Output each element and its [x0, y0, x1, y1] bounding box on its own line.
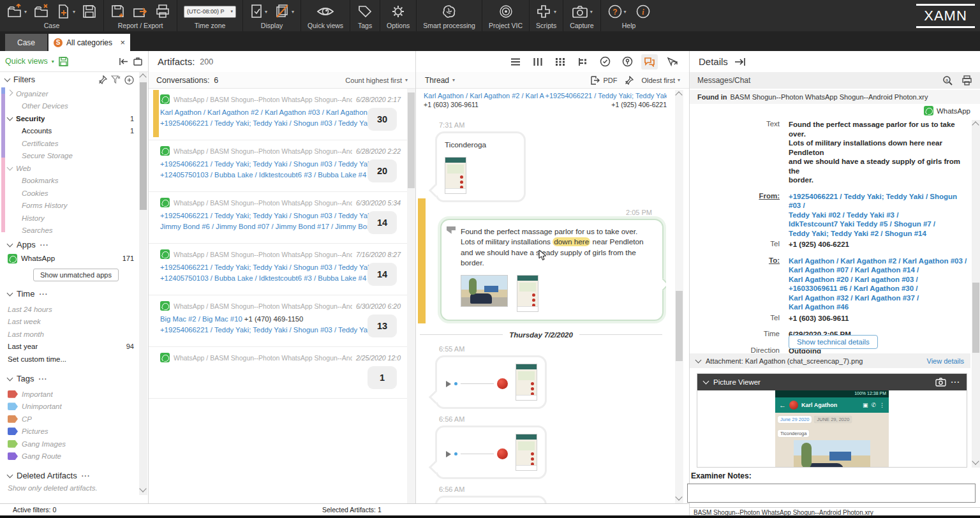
left-panel-scrollbar[interactable] [139, 72, 147, 495]
picture-viewer-body[interactable]: 100% 12:38 PM ← Karl Agathon ▣ ✆ ⋮ June … [697, 390, 967, 468]
print-details-icon[interactable] [961, 75, 972, 85]
conversation-item[interactable]: WhatsApp / BASM Shogun--Photon WhatsApp … [149, 89, 407, 140]
filter-category-history[interactable]: History [8, 212, 138, 225]
options-button[interactable] [390, 4, 406, 19]
map-view-button[interactable] [619, 54, 635, 70]
attachment-bar[interactable]: Attachment: Karl Agathon (chat_screencap… [690, 353, 970, 368]
help-button[interactable]: ? ▾ [607, 4, 627, 19]
time-section-header[interactable]: Time ··· [8, 289, 138, 299]
close-case-button[interactable] [33, 4, 50, 19]
tag-filter-cp[interactable]: CP [8, 413, 138, 426]
details-scroll-up-icon[interactable] [972, 121, 979, 128]
thread-sort-dropdown[interactable]: Oldest first▾ [641, 77, 680, 84]
tab-case[interactable]: Case [5, 34, 47, 51]
open-case-button[interactable]: ▾ [6, 4, 27, 19]
print-button[interactable] [155, 4, 170, 19]
filter-category-other-devices[interactable]: Other Devices [8, 100, 138, 113]
tag-filter-pictures[interactable]: Pictures [8, 426, 138, 438]
conversation-item[interactable]: WhatsApp / BASM Shogun--Photon WhatsApp … [149, 244, 407, 295]
participant-link[interactable]: +19254066221 / Teddy Yaki; Teddy Yaki / … [160, 263, 371, 271]
scripts-button[interactable]: ▾ [536, 4, 556, 19]
participant-link[interactable]: +19254066221 / Teddy Yaki; Teddy Yaki / … [160, 160, 371, 168]
project-vic-button[interactable] [498, 4, 514, 19]
participant-link[interactable]: +12405750103 / Bubba Lake / Idktestcoubt… [160, 171, 366, 179]
smart-processing-button[interactable] [440, 4, 458, 19]
clear-filters-icon[interactable] [111, 75, 121, 84]
filter-category-bookmarks[interactable]: Bookmarks [8, 175, 138, 188]
tree-view-button[interactable] [574, 54, 591, 70]
time-filter-set-custom-time-[interactable]: Set custom time... [8, 353, 138, 366]
filter-category-forms-history[interactable]: Forms History [8, 200, 138, 212]
time-menu-icon[interactable]: ··· [39, 290, 48, 298]
participant-left-names[interactable]: Karl Agathon / Karl Agathon #2 / Karl A [424, 91, 546, 100]
thread-mode-dropdown[interactable]: Thread▾ [425, 76, 455, 85]
grid-view-button[interactable] [552, 54, 568, 70]
deleted-section-header[interactable]: Deleted Artifacts ··· [8, 471, 138, 480]
participant-link[interactable]: +19254066221 / Teddy Yaki; Teddy Yaki / … [160, 326, 371, 334]
capture-button[interactable]: ▾ [571, 4, 593, 19]
export-pdf-button[interactable]: PDF [590, 76, 617, 85]
picture-viewer-chevron-icon[interactable] [703, 378, 709, 385]
collapse-details-icon[interactable] [734, 57, 746, 66]
show-unmatched-apps-button[interactable]: Show unmatched apps [33, 269, 119, 281]
conversation-item[interactable]: WhatsApp / BASM Shogun--Photon WhatsApp … [149, 295, 407, 347]
show-deleted-filter[interactable]: Show only deleted artifacts. [8, 482, 138, 494]
picture-viewer-menu-icon[interactable]: ··· [951, 378, 961, 386]
filter-category-secure-storage[interactable]: Secure Storage [8, 150, 138, 163]
quick-views-dropdown[interactable]: Quick views [5, 57, 48, 66]
about-button[interactable]: i [635, 4, 651, 19]
incoming-message-bubble[interactable] [435, 355, 547, 409]
audio-message-player[interactable] [446, 448, 508, 459]
collapse-panel-icon[interactable] [119, 57, 129, 66]
hide-duplicates-button[interactable]: ▾ [274, 4, 294, 19]
new-case-button[interactable]: ▾ [56, 4, 75, 19]
play-icon[interactable] [446, 381, 451, 387]
play-icon[interactable] [446, 451, 451, 457]
conversations-scrollbar[interactable] [407, 89, 415, 503]
export-report-button[interactable] [132, 4, 149, 19]
chat-screenshot-thumbnail[interactable] [517, 275, 538, 312]
filter-category-certificates[interactable]: Certificates [8, 137, 138, 150]
street-photo-thumbnail[interactable] [461, 275, 508, 307]
category-chevron-icon[interactable] [7, 164, 13, 170]
field-from-value[interactable]: +19254066221 / Teddy Yaki; Teddy Yaki / … [789, 192, 969, 239]
filter-category-security[interactable]: Security1 [8, 112, 138, 125]
thread-scroll-up-icon[interactable] [675, 91, 682, 98]
thread-scroll-down-icon[interactable] [675, 493, 682, 500]
filter-app-whatsapp[interactable]: WhatsApp 171 [8, 252, 138, 265]
chat-screenshot-thumbnail[interactable] [516, 364, 537, 401]
tab-all-categories[interactable]: S All categories × [48, 34, 130, 51]
display-options-button[interactable]: ▾ [249, 4, 267, 19]
conversations-sort-dropdown[interactable]: Count highest first▾ [345, 77, 408, 84]
pin-filters-icon[interactable] [98, 75, 107, 84]
incoming-message-bubble[interactable] [435, 496, 547, 504]
select-mode-button[interactable] [664, 54, 680, 70]
tags-menu-icon[interactable]: ··· [38, 375, 47, 383]
participant-link[interactable]: +12405750103 / Bubba Lake / Idktestcoubt… [160, 274, 366, 282]
conversation-item[interactable]: WhatsApp / BASM Shogun--Photon WhatsApp … [149, 347, 407, 399]
column-view-button[interactable] [530, 54, 546, 70]
scroll-up-icon[interactable] [139, 73, 146, 80]
show-technical-details-button[interactable]: Show technical details [789, 335, 878, 349]
save-report-button[interactable] [110, 4, 126, 19]
outgoing-message-bubble[interactable]: Found the perfect massage parlor for us … [440, 219, 664, 321]
incoming-message-bubble[interactable] [435, 426, 547, 479]
chat-screenshot-thumbnail[interactable] [445, 157, 466, 194]
chat-view-button[interactable] [641, 54, 658, 70]
tab-close-icon[interactable]: × [120, 38, 125, 47]
participant-link[interactable]: Karl Agathon / Karl Agathon #2 / Karl Ag… [160, 108, 371, 116]
filter-category-cookies[interactable]: Cookies [8, 187, 138, 200]
thread-scrollbar[interactable] [675, 90, 683, 503]
apps-section-header[interactable]: Apps ··· [8, 240, 138, 249]
tags-section-header[interactable]: Tags ··· [8, 374, 138, 383]
filter-category-organizer[interactable]: Organizer [8, 87, 138, 100]
examiner-notes-input[interactable] [687, 484, 976, 503]
time-filter-last-year[interactable]: Last year94 [8, 341, 138, 353]
filter-category-accounts[interactable]: Accounts1 [8, 125, 138, 138]
participant-link[interactable]: +19254066221 / Teddy Yaki; Teddy Yaki / … [160, 212, 371, 219]
field-to-value[interactable]: Karl Agathon / Karl Agathon #2 / Karl Ag… [789, 256, 967, 312]
quick-views-button[interactable] [316, 4, 335, 19]
filters-chevron-icon[interactable] [4, 76, 11, 82]
details-scroll-down-icon[interactable] [972, 457, 979, 464]
participant-right-names[interactable]: +19254066221 / Teddy Yaki; Teddy Yaki [546, 91, 667, 100]
